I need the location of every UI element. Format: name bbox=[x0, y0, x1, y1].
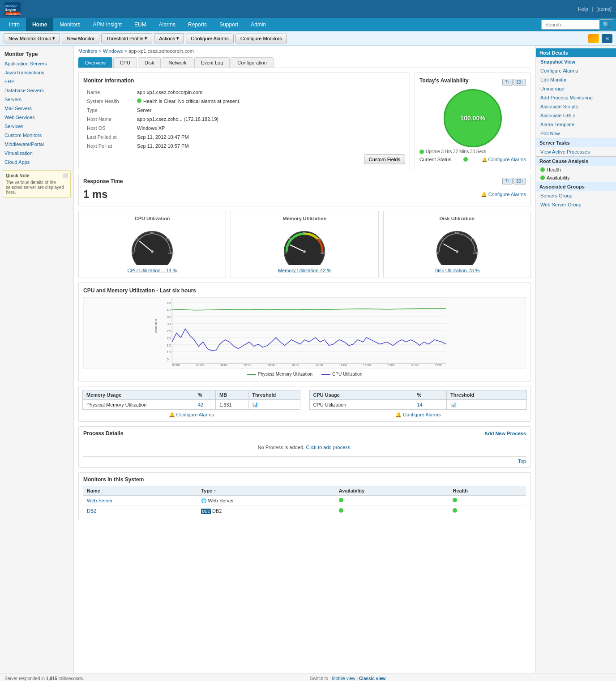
demo-link[interactable]: [demo] bbox=[596, 6, 612, 12]
sidebar-item-middleware[interactable]: Middleware/Portal bbox=[0, 140, 73, 149]
add-process-monitoring-link[interactable]: Add Process Monitoring bbox=[536, 93, 616, 102]
tab-network[interactable]: Network bbox=[162, 57, 193, 68]
new-monitor-group-button[interactable]: New Monitor Group ▾ bbox=[4, 33, 60, 43]
right-sidebar: Host Details Snapshot View Configure Ala… bbox=[535, 46, 616, 673]
nav-alarms[interactable]: Alarms bbox=[153, 18, 182, 31]
server-tasks-title: Server Tasks bbox=[536, 138, 616, 147]
monitor-info-title: Monitor Information bbox=[83, 77, 405, 84]
sidebar-item-java[interactable]: Java/Transactions bbox=[0, 68, 73, 77]
alarm-template-link[interactable]: Alarm Template bbox=[536, 120, 616, 129]
table-row: Web Server 🌐 Web Server bbox=[83, 496, 526, 506]
breadcrumb-windows[interactable]: Windows bbox=[103, 48, 123, 54]
chart-svg: 45 40 35 30 25 20 15 10 5 bbox=[84, 298, 526, 368]
info-row-next-poll: Next Poll at Sep 11, 2012 10:57 PM bbox=[84, 142, 404, 150]
nav-home[interactable]: Home bbox=[26, 18, 53, 31]
sidebar-item-cloud-apps[interactable]: Cloud Apps bbox=[0, 158, 73, 167]
memory-threshold-icon[interactable]: 📊 bbox=[252, 402, 258, 407]
nav-monitors[interactable]: Monitors bbox=[53, 18, 86, 31]
view-active-processes-link[interactable]: View Active Processes bbox=[536, 147, 616, 156]
memory-percent-link[interactable]: 42 bbox=[198, 402, 203, 407]
db2-link[interactable]: DB2 bbox=[87, 508, 96, 514]
sidebar-item-application-servers[interactable]: Application Servers bbox=[0, 59, 73, 68]
svg-text:100: 100 bbox=[321, 251, 327, 255]
tab-event-log[interactable]: Event Log bbox=[194, 57, 230, 68]
nav-support[interactable]: Support bbox=[213, 18, 244, 31]
response-30day-btn[interactable]: 30↑ bbox=[513, 178, 526, 184]
process-empty: No Process is added. Click to add proces… bbox=[83, 440, 526, 454]
sidebar-item-web-services[interactable]: Web Services bbox=[0, 113, 73, 122]
legend-memory: Physical Memory Utilization bbox=[247, 372, 312, 377]
sidebar-item-servers[interactable]: Servers bbox=[0, 95, 73, 104]
snapshot-view-link[interactable]: Snapshot View bbox=[536, 57, 616, 66]
icon-printer[interactable]: 🖨 bbox=[602, 34, 612, 43]
response-configure-alarms[interactable]: 🔔 Configure Alarms bbox=[481, 192, 526, 197]
cpu-gauge-link[interactable]: CPU Utilization – 14 % bbox=[128, 268, 177, 273]
sidebar-item-database-servers[interactable]: Database Servers bbox=[0, 86, 73, 95]
web-server-group-link[interactable]: Web Server Group bbox=[536, 200, 616, 209]
classic-view-link[interactable]: Classic view bbox=[359, 676, 385, 681]
help-link[interactable]: Help bbox=[578, 6, 588, 12]
cpu-threshold-icon[interactable]: 📊 bbox=[450, 402, 457, 407]
sidebar-item-custom-monitors[interactable]: Custom Monitors bbox=[0, 131, 73, 140]
top-anchor-link[interactable]: Top bbox=[518, 458, 526, 464]
response-7day-btn[interactable]: 7↑ bbox=[502, 178, 513, 184]
associate-urls-link[interactable]: Associate URLs bbox=[536, 111, 616, 120]
configure-alarms-right-link[interactable]: Configure Alarms bbox=[536, 66, 616, 75]
actions-button[interactable]: Actions ▾ bbox=[154, 33, 184, 43]
custom-fields-button[interactable]: Custom Fields bbox=[364, 154, 405, 164]
breadcrumb-monitors[interactable]: Monitors bbox=[78, 48, 97, 54]
tab-cpu[interactable]: CPU bbox=[113, 57, 137, 68]
db2-type-icon: DB2 bbox=[201, 509, 211, 514]
disk-gauge-svg: 0 25 50 75 100 bbox=[430, 225, 484, 265]
row1-avail-icon bbox=[339, 498, 343, 502]
svg-text:12:00: 12:00 bbox=[315, 364, 323, 367]
cpu-percent-link[interactable]: 14 bbox=[417, 402, 422, 407]
sidebar-item-virtualization[interactable]: Virtualization bbox=[0, 149, 73, 158]
threshold-profile-button[interactable]: Threshold Profile ▾ bbox=[101, 33, 152, 43]
servers-group-link[interactable]: Servers Group bbox=[536, 191, 616, 200]
alarm-icon-right: 🔔 bbox=[395, 412, 402, 417]
add-new-process-link[interactable]: Add New Process bbox=[484, 431, 526, 436]
process-box: Process Details Add New Process No Proce… bbox=[78, 426, 531, 468]
nav-reports[interactable]: Reports bbox=[182, 18, 213, 31]
logo-icon: Manage Engine Applications Manager 10 bbox=[4, 2, 21, 16]
sidebar-item-services[interactable]: Services bbox=[0, 122, 73, 131]
nav-apm[interactable]: APM Insight bbox=[86, 18, 128, 31]
search-input[interactable] bbox=[541, 20, 599, 30]
memory-configure-alarms-link[interactable]: 🔔 Configure Alarms bbox=[169, 412, 214, 417]
svg-point-20 bbox=[303, 250, 306, 253]
svg-text:10:00: 10:00 bbox=[291, 364, 299, 367]
availability-configure-alarms[interactable]: 🔔 Configure Alarms bbox=[482, 157, 526, 162]
configure-monitors-button[interactable]: Configure Monitors bbox=[235, 34, 287, 43]
mobile-view-link[interactable]: Mobile view bbox=[332, 676, 355, 681]
tab-disk[interactable]: Disk bbox=[138, 57, 161, 68]
search-area: 🔍 bbox=[541, 19, 613, 30]
tab-overview[interactable]: Overview bbox=[78, 57, 112, 68]
configure-alarms-button[interactable]: Configure Alarms bbox=[186, 34, 233, 43]
sidebar-item-mail-servers[interactable]: Mail Servers bbox=[0, 104, 73, 113]
cpu-configure-alarms-link[interactable]: 🔔 Configure Alarms bbox=[395, 412, 441, 417]
nav-eum[interactable]: EUM bbox=[128, 18, 153, 31]
memory-gauge-link[interactable]: Memory Utilization-42 % bbox=[278, 268, 331, 273]
nav-intro[interactable]: Intro bbox=[3, 18, 26, 31]
associate-scripts-link[interactable]: Associate Scripts bbox=[536, 102, 616, 111]
unmanage-link[interactable]: Unmanage bbox=[536, 84, 616, 93]
current-status-indicator bbox=[463, 157, 470, 162]
web-server-link[interactable]: Web Server bbox=[87, 498, 113, 503]
poll-now-link[interactable]: Poll Now bbox=[536, 129, 616, 138]
memory-usage-table: Memory Usage % MB Threshold Physical Mem… bbox=[82, 390, 300, 410]
monitors-table: Name Type ↑ Availability Health Web Serv… bbox=[83, 486, 526, 516]
tab-configuration[interactable]: Configuration bbox=[231, 57, 273, 68]
memory-gauge-box: Memory Utilization 0 25 50 75 100 bbox=[231, 211, 378, 278]
click-to-add-link[interactable]: Click to add process. bbox=[306, 445, 351, 450]
edit-monitor-link[interactable]: Edit Monitor bbox=[536, 75, 616, 84]
search-button[interactable]: 🔍 bbox=[599, 19, 613, 30]
availability-30day-btn[interactable]: 30↑ bbox=[513, 79, 526, 86]
disk-gauge-link[interactable]: Disk Utilization-23 % bbox=[434, 268, 479, 273]
breadcrumb-server: app-xp1.csez.zohocorpin.com bbox=[128, 48, 194, 54]
svg-text:14:00: 14:00 bbox=[339, 364, 347, 367]
nav-admin[interactable]: Admin bbox=[244, 18, 272, 31]
sidebar-item-erp[interactable]: ERP bbox=[0, 77, 73, 86]
new-monitor-button[interactable]: New Monitor bbox=[62, 34, 99, 43]
availability-7day-btn[interactable]: 7↑ bbox=[502, 79, 513, 86]
